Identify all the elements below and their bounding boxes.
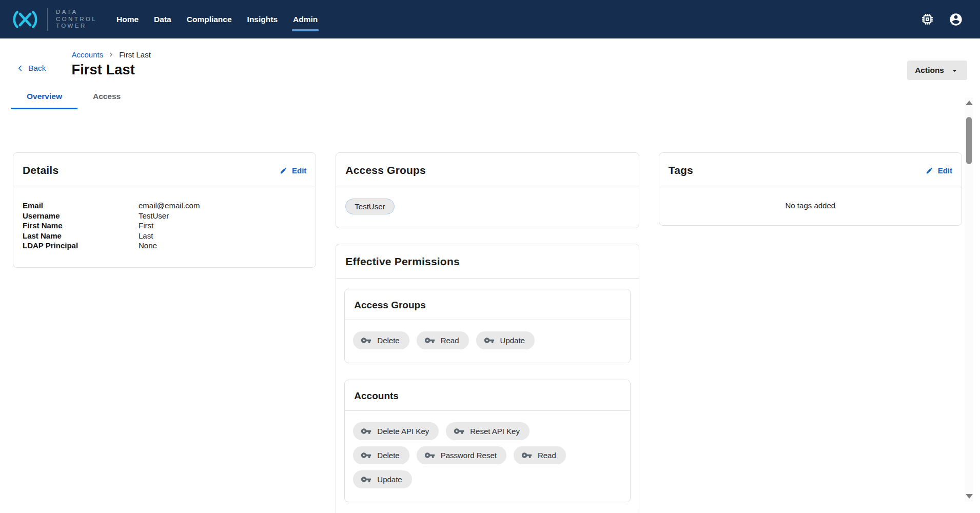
permission-chip-password-reset: Password Reset bbox=[417, 446, 506, 464]
access-group-chip: TestUser bbox=[345, 199, 394, 214]
brand-logo[interactable]: DATA CONTROL TOWER bbox=[10, 8, 97, 31]
pencil-icon bbox=[280, 167, 287, 174]
permission-chip-read: Read bbox=[417, 331, 469, 349]
tags-card-body: No tags added bbox=[659, 187, 962, 225]
page-header: Back Accounts First Last First Last Acti… bbox=[0, 50, 980, 80]
permission-chip-label: Delete API Key bbox=[377, 427, 429, 436]
details-card: Details Edit Email email@email.com Use bbox=[13, 152, 316, 268]
permission-group-body: Delete Read Update bbox=[345, 320, 630, 363]
access-groups-card-title: Access Groups bbox=[345, 164, 426, 176]
back-label: Back bbox=[28, 64, 46, 73]
breadcrumb-accounts-link[interactable]: Accounts bbox=[71, 50, 103, 59]
details-edit-label: Edit bbox=[292, 166, 306, 175]
tags-edit-label: Edit bbox=[938, 166, 952, 175]
detail-label: First Name bbox=[23, 221, 139, 231]
access-groups-card-header: Access Groups bbox=[336, 153, 638, 187]
tab-overview[interactable]: Overview bbox=[11, 85, 77, 109]
effective-permissions-card-body: Access Groups Delete Read bbox=[336, 279, 638, 513]
nav-item-home[interactable]: Home bbox=[116, 10, 139, 29]
detail-value: None bbox=[139, 241, 157, 251]
tab-access[interactable]: Access bbox=[77, 85, 136, 109]
detail-label: Username bbox=[23, 211, 139, 221]
detail-value: Last bbox=[139, 231, 153, 241]
key-icon bbox=[484, 335, 495, 346]
permission-group-title: Access Groups bbox=[354, 300, 425, 310]
nav-item-compliance[interactable]: Compliance bbox=[187, 10, 232, 29]
actions-button-label: Actions bbox=[915, 66, 944, 75]
chevron-left-icon bbox=[15, 64, 25, 73]
brand-wordmark: DATA CONTROL TOWER bbox=[56, 9, 97, 30]
key-icon bbox=[424, 450, 435, 461]
breadcrumb-current: First Last bbox=[119, 50, 151, 59]
nav-item-data[interactable]: Data bbox=[154, 10, 171, 29]
permission-chip-label: Read bbox=[538, 451, 556, 460]
key-icon bbox=[361, 335, 371, 346]
permission-group-header: Accounts bbox=[345, 380, 630, 411]
caret-down-icon bbox=[950, 66, 959, 75]
account-avatar-icon[interactable] bbox=[949, 12, 963, 27]
permission-chip-reset-api-key: Reset API Key bbox=[446, 422, 530, 440]
key-icon bbox=[361, 474, 371, 485]
permission-group-header: Access Groups bbox=[345, 289, 630, 320]
permission-group-title: Accounts bbox=[354, 390, 399, 401]
detail-row-email: Email email@email.com bbox=[23, 201, 306, 211]
details-card-body: Email email@email.com Username TestUser … bbox=[13, 187, 316, 267]
permission-group-access-groups: Access Groups Delete Read bbox=[344, 289, 630, 363]
detail-row-username: Username TestUser bbox=[23, 211, 306, 221]
effective-permissions-card-title: Effective Permissions bbox=[345, 255, 459, 268]
tags-card: Tags Edit No tags added bbox=[659, 152, 962, 226]
detail-label: LDAP Principal bbox=[23, 241, 139, 251]
cards-grid: Details Edit Email email@email.com Use bbox=[0, 152, 980, 513]
effective-permissions-card: Effective Permissions Access Groups D bbox=[336, 244, 639, 513]
breadcrumb-separator-icon bbox=[108, 51, 114, 58]
scrollbar-up-arrow[interactable] bbox=[966, 101, 973, 105]
permission-chip-label: Update bbox=[377, 475, 402, 484]
key-icon bbox=[454, 426, 464, 437]
back-button[interactable]: Back bbox=[15, 64, 46, 73]
details-edit-button[interactable]: Edit bbox=[280, 166, 306, 175]
permission-chip-row: Delete Password Reset Read bbox=[353, 446, 621, 464]
tab-bar: Overview Access bbox=[11, 85, 980, 109]
settings-chip-icon[interactable] bbox=[920, 12, 934, 26]
scrollbar-thumb[interactable] bbox=[966, 117, 972, 164]
permission-chip-row: Update bbox=[353, 470, 621, 488]
detail-value: First bbox=[139, 221, 153, 231]
breadcrumb: Accounts First Last bbox=[71, 50, 150, 59]
scrollbar-down-arrow[interactable] bbox=[966, 494, 973, 499]
brand-word-tower: TOWER bbox=[56, 23, 97, 30]
navbar-right-icons bbox=[920, 12, 963, 27]
top-navbar: DATA CONTROL TOWER Home Data Compliance … bbox=[0, 0, 980, 38]
tags-card-title: Tags bbox=[669, 164, 693, 176]
permission-chip-update: Update bbox=[353, 470, 411, 488]
title-block: Accounts First Last First Last bbox=[71, 50, 150, 78]
permission-chip-row: Delete Read Update bbox=[353, 331, 621, 349]
key-icon bbox=[521, 450, 532, 461]
permission-chip-delete: Delete bbox=[353, 446, 409, 464]
permission-group-body: Delete API Key Reset API Key bbox=[345, 411, 630, 502]
brand-word-control: CONTROL bbox=[56, 16, 97, 23]
actions-button[interactable]: Actions bbox=[907, 61, 967, 80]
detail-row-first-name: First Name First bbox=[23, 221, 306, 231]
permission-group-accounts: Accounts Delete API Key Reset API bbox=[344, 380, 630, 502]
brand-divider bbox=[47, 8, 48, 31]
detail-label: Last Name bbox=[23, 231, 139, 241]
nav-item-admin[interactable]: Admin bbox=[293, 10, 318, 29]
access-groups-card: Access Groups TestUser bbox=[336, 152, 639, 228]
key-icon bbox=[361, 450, 371, 461]
key-icon bbox=[424, 335, 435, 346]
permission-chip-row: Delete API Key Reset API Key bbox=[353, 422, 621, 440]
permission-chip-update: Update bbox=[476, 331, 535, 349]
detail-value: email@email.com bbox=[139, 201, 200, 211]
permission-chip-label: Delete bbox=[377, 451, 399, 460]
column-permissions: Access Groups TestUser Effective Permiss… bbox=[336, 152, 639, 513]
permission-chip-delete: Delete bbox=[353, 331, 409, 349]
nav-item-insights[interactable]: Insights bbox=[247, 10, 278, 29]
effective-permissions-card-header: Effective Permissions bbox=[336, 244, 638, 279]
page-title: First Last bbox=[71, 62, 150, 78]
permission-chip-delete-api-key: Delete API Key bbox=[353, 422, 439, 440]
details-card-header: Details Edit bbox=[13, 153, 316, 187]
column-tags: Tags Edit No tags added bbox=[659, 152, 962, 226]
tags-edit-button[interactable]: Edit bbox=[926, 166, 952, 175]
pencil-icon bbox=[926, 167, 933, 174]
access-groups-card-body: TestUser bbox=[336, 187, 638, 228]
